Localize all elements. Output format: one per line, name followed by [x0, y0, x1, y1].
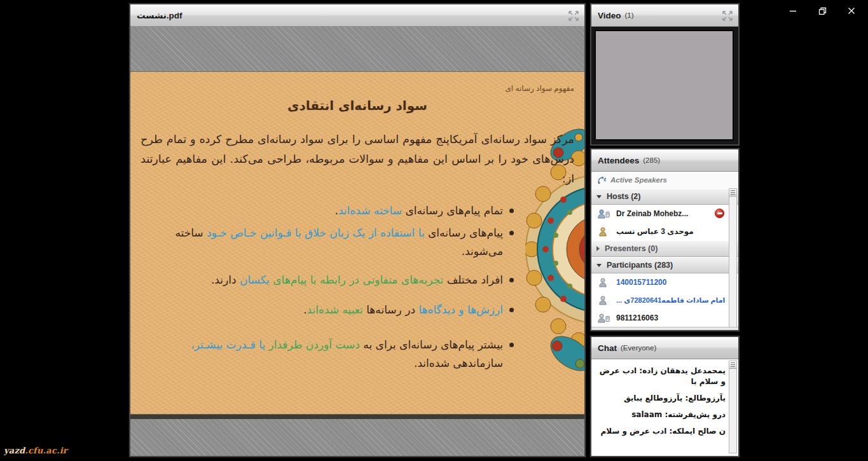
watermark-prefix: yazd [4, 446, 25, 455]
attendee-list: Hosts (2) Dr Zeinab Mohebz... موحدی 3 عب… [591, 188, 738, 330]
slide-bullet: ارزش‌ها و دیدگاه‌ها در رسانه‌ها تعبیه شد… [166, 301, 514, 319]
slide-title: سواد رسانه‌ای انتقادی [141, 98, 574, 113]
attendees-count-badge: (285) [643, 156, 660, 164]
attendees-pod: Attendees (285) Active Speakers Hosts (2… [590, 148, 740, 331]
slide-bullet: پیام‌های رسانه‌ای با استفاده از یک زبان … [166, 224, 514, 261]
chat-pod-title: Chat [598, 343, 617, 353]
fullscreen-icon[interactable] [722, 10, 733, 22]
chat-message: یآرزوطالع: یآرزوطالع یبایق [595, 393, 726, 404]
chat-scope-badge: (Everyone) [621, 344, 656, 352]
chat-message: ن صالح ایملکه: ادب عرض و سلام [595, 426, 726, 437]
slide-intro-paragraph: مرکز سواد رسانه‌ای آمریکاپنج مفهوم اساسی… [141, 130, 574, 189]
video-body [591, 27, 738, 144]
scroll-grip-icon[interactable] [729, 189, 736, 196]
chat-body: یمحمدعل یدهقان زاده: ادب عرض و سلام با ی… [591, 359, 738, 456]
chat-message-list: یمحمدعل یدهقان زاده: ادب عرض و سلام با ی… [595, 366, 726, 453]
active-speakers-label: Active Speakers [610, 176, 667, 184]
video-feed-placeholder [595, 30, 734, 141]
attendee-row-participant-2[interactable]: امام سادات فاطمه72820641ی ... [591, 291, 738, 309]
presentation-slide: مفهوم سواد رسانه ای سواد رسانه‌ای انتقاد… [130, 71, 584, 415]
chat-pod: Chat (Everyone) یمحمدعل یدهقان زاده: ادب… [590, 336, 740, 457]
triangle-right-icon [596, 246, 600, 251]
person-icon [598, 296, 610, 305]
person-icon [598, 278, 610, 287]
slide-bullet: افراد مختلف تجربه‌های متفاوتی در رابطه ب… [166, 271, 514, 289]
attendees-pod-title: Attendees [598, 156, 639, 165]
attendee-row-participant-1[interactable]: 140015711200 [591, 273, 738, 291]
share-pod-header[interactable]: نشست.pdf [130, 4, 584, 27]
chat-scrollbar[interactable] [729, 361, 737, 453]
restore-icon[interactable] [812, 4, 832, 18]
person-icon [598, 227, 610, 237]
chat-message: درو یش‌یفرشته: salaam [595, 409, 726, 420]
status-dnd-icon [715, 209, 724, 218]
fullscreen-icon[interactable] [568, 10, 579, 22]
video-pod: Video (1) [590, 3, 740, 146]
group-header-hosts[interactable]: Hosts (2) [591, 188, 738, 205]
attendee-row-host-1[interactable]: Dr Zeinab Mohebz... [591, 205, 738, 223]
phone-icon [597, 175, 606, 184]
chat-message: یمحمدعل یدهقان زاده: ادب عرض و سلام با [595, 366, 726, 387]
slide-bullet-list: تمام پیام‌های رسانه‌ای ساخته شده‌اند. پی… [166, 202, 514, 373]
attendee-row-host-2[interactable]: موحدی 3 عباس نسب [591, 223, 738, 240]
group-header-presenters[interactable]: Presenters (0) [591, 240, 738, 257]
watermark: yazd.cfu.ac.ir [4, 446, 67, 455]
video-pod-header[interactable]: Video (1) [591, 4, 738, 27]
share-pod-title: نشست.pdf [137, 10, 183, 20]
slide-bullet: تمام پیام‌های رسانه‌ای ساخته شده‌اند. [166, 202, 514, 220]
attendees-scrollbar[interactable] [729, 188, 737, 327]
active-speakers-bar: Active Speakers [591, 172, 738, 189]
close-icon[interactable] [841, 4, 862, 18]
person-device-icon [598, 209, 610, 219]
attendees-bottom-strip [591, 327, 738, 330]
attendee-row-participant-3[interactable]: 9811216063 [591, 309, 738, 327]
share-content-area: مفهوم سواد رسانه ای سواد رسانه‌ای انتقاد… [130, 27, 584, 456]
chat-pod-header[interactable]: Chat (Everyone) [591, 337, 738, 359]
window-controls [783, 4, 862, 18]
slide-corner-label: مفهوم سواد رسانه ای [505, 84, 574, 93]
video-count-badge: (1) [625, 11, 634, 19]
triangle-down-icon [596, 195, 602, 198]
watermark-suffix: .cfu.ac.ir [25, 446, 67, 455]
scroll-grip-icon[interactable] [729, 361, 736, 369]
person-device-icon [598, 313, 610, 323]
group-header-participants[interactable]: Participants (283) [591, 257, 738, 273]
slide-bullet: بیشتر پیام‌های رسانه‌ای برای به دست آورد… [166, 336, 514, 373]
video-pod-title: Video [598, 11, 621, 20]
triangle-down-icon [596, 264, 602, 267]
minimize-icon[interactable] [783, 4, 803, 18]
attendees-pod-header[interactable]: Attendees (285) [591, 149, 738, 172]
slide-bottom-separator [130, 415, 584, 419]
share-pod: نشست.pdf [129, 3, 586, 457]
